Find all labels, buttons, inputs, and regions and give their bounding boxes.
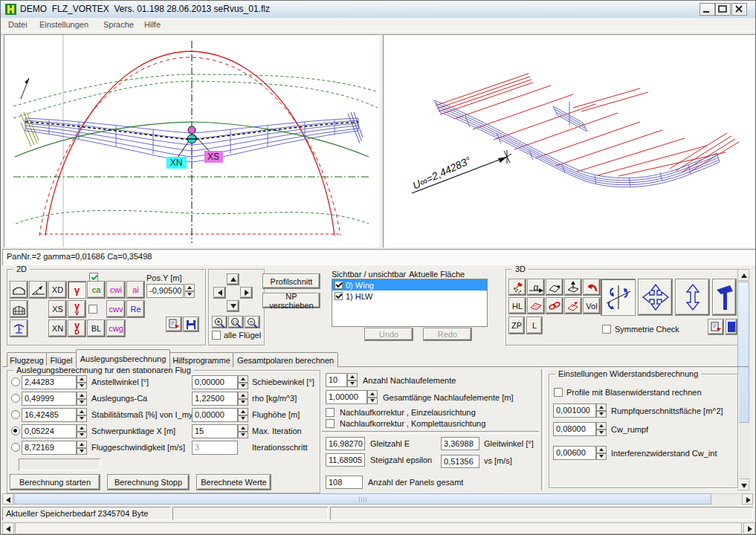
fluggeschwindigkeit-input[interactable]: 8,72169 [22,441,77,455]
anzahl-nachlauf-spinner[interactable] [347,373,358,387]
gamma-button[interactable]: γ [68,281,86,299]
stretch-z-button[interactable] [675,279,710,316]
mesh-paint-button[interactable] [508,279,526,296]
maximize-button[interactable] [715,3,731,16]
menu-datei[interactable]: Datei [8,20,28,29]
flughoehe-input[interactable]: 0,00000 [192,408,238,422]
minimize-button[interactable] [700,3,715,16]
nachlauf-einzel-checkbox[interactable] [326,408,335,417]
zoom-in-button[interactable] [212,316,227,328]
alpha-flow-button[interactable]: α [527,279,545,296]
pan-up-button[interactable] [227,273,239,285]
np-verschieben-button[interactable]: NP verschieben [262,293,320,308]
window-scroll-left-button[interactable] [2,522,14,534]
undo-button[interactable]: Undo [364,328,413,341]
cwg-button[interactable]: cwg [106,320,126,337]
redo-button[interactable]: Redo [423,328,472,341]
ca-button[interactable]: ca [87,281,106,299]
panel-red-button[interactable] [527,297,545,314]
zoom-reset-button[interactable]: 1:1 [228,316,244,328]
symmetrie-check-checkbox[interactable] [602,325,611,334]
zoom-out-button[interactable] [245,316,260,328]
berechnete-werte-button[interactable]: Berechnete Werte [196,474,271,490]
flughoehe-spinner[interactable] [238,408,248,422]
window-horizontal-scrollbar[interactable] [2,522,755,534]
panel-move-button[interactable] [564,297,582,314]
rho-spinner[interactable] [238,392,248,406]
cw-int-spinner[interactable] [596,446,607,460]
content-scroll-left-button[interactable] [2,493,13,505]
radio-fluggeschwindigkeit[interactable] [11,443,20,452]
radio-auslegungs-ca[interactable] [11,394,20,403]
scroll-down-button[interactable] [737,479,749,490]
gamma-d-button[interactable]: γD [68,320,86,337]
radio-anstellwinkel[interactable] [11,377,20,386]
tab-flugzeug[interactable]: Flugzeug [7,352,47,367]
hammer-tool-button[interactable] [712,279,737,316]
tab-gesamtpolaren[interactable]: Gesamtpolaren berechnen [233,352,338,367]
xn-button[interactable]: XN [48,320,67,337]
rumpfquerschnitt-spinner[interactable] [596,403,607,418]
move-3d-button[interactable] [638,279,673,316]
max-iteration-spinner[interactable] [238,424,248,438]
rotate-3d-button[interactable] [601,279,636,316]
scroll-up-button[interactable] [737,269,749,281]
panel-flat-button[interactable] [546,279,563,296]
vertical-scrollbar[interactable] [737,269,749,490]
cwv-button[interactable]: cwv [106,300,126,318]
chain-link-button[interactable] [546,297,563,314]
re-button[interactable]: Re [126,300,145,318]
rho-input[interactable]: 1,22500 [192,392,238,406]
nachlauf-komplett-checkbox[interactable] [326,419,335,428]
tab-hilfsprogramme[interactable]: Hilfsprogramme [169,352,233,367]
window-scroll-thumb[interactable] [15,522,742,534]
copy-report-button[interactable] [166,317,182,332]
anstellwinkel-spinner[interactable] [77,375,87,389]
ai-button[interactable]: ai [126,281,145,299]
schiebewinkel-input[interactable]: 0,00000 [192,375,238,389]
radio-schwerpunktlage[interactable] [11,427,20,435]
auslegungs-ca-input[interactable]: 0,49999 [22,392,77,406]
pan-right-button[interactable] [240,287,253,299]
clipped-tool-button[interactable] [726,319,737,335]
save-button[interactable] [183,317,199,332]
stabilitaetsmass-spinner[interactable] [77,408,87,422]
tab-fluegel[interactable]: Flügel [46,352,77,367]
surface-hlw-checkbox[interactable] [335,292,343,300]
xd-button[interactable]: XD [48,281,67,299]
pan-down-button[interactable] [227,300,239,312]
alle-fluegel-checkbox[interactable] [212,331,221,340]
stabilitaetsmass-input[interactable]: 16,42485 [22,408,77,422]
undo-rotate-button[interactable] [583,279,601,296]
wing-3d-view-canvas[interactable]: U∞=2,44283° [383,34,755,247]
auslegungs-ca-spinner[interactable] [77,392,87,406]
bl-button[interactable]: BL [87,320,106,337]
cw-rumpf-input[interactable]: 0,08000 [553,422,596,436]
schwerpunktlage-spinner[interactable] [77,424,87,438]
pan-left-button[interactable] [213,287,226,299]
gamma-v-button[interactable]: γv [68,300,86,318]
title-bar[interactable]: DEMO FLZ_VORTEX Vers. 01.198 28.06.2013 … [1,1,755,19]
close-button[interactable] [731,3,747,16]
max-iteration-input[interactable]: 15 [192,424,238,438]
cw-rumpf-spinner[interactable] [596,422,607,436]
view-angle-button[interactable] [29,281,48,299]
gesamtlaenge-spinner[interactable] [367,390,378,404]
fluggeschwindigkeit-spinner[interactable] [77,441,87,455]
rumpfquerschnitt-input[interactable]: 0,001000 [553,403,596,418]
wing-front-view-canvas[interactable]: XN XS [4,34,380,247]
tab-auslegungsberechnung[interactable]: Auslegungsberechnung [76,349,170,368]
surface-wing-checkbox[interactable] [335,281,343,289]
surface-listbox[interactable]: 0) Wing 1) HLW [332,279,488,327]
window-scroll-right-button[interactable] [743,522,755,534]
vertical-scroll-thumb[interactable] [737,282,749,423]
schiebewinkel-spinner[interactable] [238,375,248,389]
content-scroll-thumb[interactable] [14,493,711,505]
blasenwiderstand-checkbox[interactable] [554,388,563,397]
xs-button[interactable]: XS [48,300,67,318]
berechnung-stopp-button[interactable]: Berechnung Stopp [107,474,190,490]
content-scroll-right-button[interactable] [742,493,753,505]
view-canopy-button[interactable] [10,281,28,299]
menu-hilfe[interactable]: Hilfe [144,20,161,29]
view-parasol-button[interactable] [10,320,28,337]
